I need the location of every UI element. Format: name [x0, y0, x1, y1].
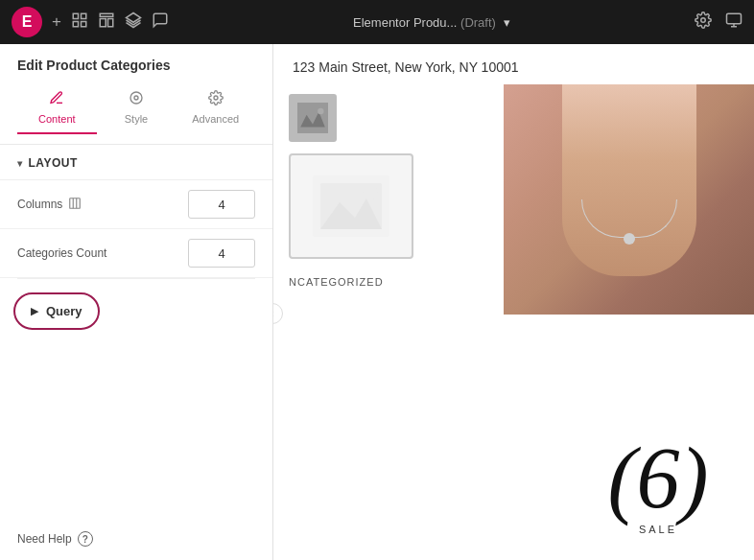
- svg-rect-2: [73, 21, 78, 26]
- svg-rect-15: [70, 198, 81, 208]
- svg-point-24: [363, 185, 378, 200]
- add-icon[interactable]: +: [52, 12, 61, 32]
- templates-icon[interactable]: [98, 12, 115, 34]
- panel-content: ▾ Layout Columns Categories Count: [0, 145, 272, 518]
- category-thumbnail: [289, 94, 337, 142]
- panel-title: Edit Product Categories: [17, 58, 255, 73]
- columns-row: Columns: [0, 180, 272, 229]
- monitor-icon[interactable]: [725, 12, 742, 33]
- svg-rect-5: [100, 18, 106, 26]
- svg-rect-3: [81, 21, 85, 26]
- svg-point-8: [701, 18, 706, 23]
- sale-area: ( 6 ) SALE: [562, 428, 754, 543]
- jewelry-image: [504, 84, 754, 315]
- svg-point-14: [214, 96, 218, 100]
- title-chevron-icon[interactable]: ▾: [504, 15, 510, 30]
- product-placeholder-image: [289, 153, 413, 259]
- left-panel: Edit Product Categories Content Style: [0, 44, 273, 560]
- svg-rect-6: [107, 18, 112, 26]
- gear-icon[interactable]: [695, 12, 712, 33]
- sale-number: 6: [637, 435, 680, 522]
- comments-icon[interactable]: [152, 12, 169, 34]
- canvas-inner: 123 Main Street, New York, NY 10001 ‹: [273, 44, 754, 560]
- page-title: Elementor Produ... (Draft): [353, 15, 496, 30]
- columns-input[interactable]: [188, 190, 255, 219]
- content-tab-icon: [49, 90, 64, 109]
- query-section[interactable]: ▶ Query: [13, 292, 100, 330]
- svg-point-13: [130, 92, 142, 104]
- svg-rect-0: [73, 13, 78, 18]
- query-expand-icon: ▶: [31, 305, 38, 317]
- divider: [17, 278, 255, 279]
- columns-icon: [68, 197, 82, 213]
- categories-count-row: Categories Count: [0, 229, 272, 278]
- uncategorized-label: NCATEGORIZED: [289, 276, 488, 288]
- svg-rect-4: [100, 13, 113, 16]
- advanced-tab-icon: [208, 90, 224, 109]
- address-bar: 123 Main Street, New York, NY 10001: [273, 44, 754, 84]
- main: Edit Product Categories Content Style: [0, 44, 754, 560]
- topbar-center: Elementor Produ... (Draft) ▾: [353, 15, 510, 30]
- columns-label: Columns: [17, 197, 82, 213]
- svg-point-12: [134, 96, 138, 100]
- help-icon[interactable]: ?: [78, 531, 93, 547]
- svg-rect-9: [726, 13, 741, 24]
- tab-bar: Content Style Advanced: [17, 84, 255, 134]
- canvas-left: NCATEGORIZED: [273, 84, 504, 543]
- jewelry-visual: [504, 84, 754, 315]
- need-help-text: Need Help: [17, 532, 72, 546]
- tab-content[interactable]: Content: [17, 84, 97, 134]
- canvas-right: Payment: [504, 84, 754, 543]
- elementor-logo[interactable]: E: [12, 7, 42, 37]
- topbar-right: [695, 12, 742, 33]
- canvas-content: ‹: [273, 84, 754, 543]
- layers-icon[interactable]: [125, 12, 142, 34]
- sale-close-paren: ): [680, 435, 709, 522]
- panel-footer: Need Help ?: [0, 518, 272, 560]
- categories-count-label: Categories Count: [17, 246, 106, 260]
- svg-rect-1: [81, 13, 85, 18]
- layout-section-header[interactable]: ▾ Layout: [0, 145, 272, 180]
- categories-count-input[interactable]: [188, 239, 255, 268]
- necklace-pendant: [624, 233, 635, 245]
- sale-open-paren: (: [608, 435, 637, 522]
- panel-header: Edit Product Categories Content Style: [0, 44, 272, 145]
- tab-style[interactable]: Style: [97, 84, 177, 134]
- neck-shape: [562, 84, 696, 276]
- canvas: 123 Main Street, New York, NY 10001 ‹: [273, 44, 754, 560]
- topbar: E + Elementor Produ... (Draft) ▾: [0, 0, 754, 44]
- svg-point-20: [318, 108, 323, 114]
- sale-label: SALE: [639, 524, 677, 535]
- widgets-icon[interactable]: [71, 12, 88, 34]
- tab-advanced[interactable]: Advanced: [176, 84, 255, 134]
- style-tab-icon: [129, 90, 144, 109]
- topbar-left: E +: [12, 7, 169, 37]
- svg-rect-18: [297, 103, 328, 133]
- layout-collapse-icon: ▾: [17, 158, 23, 169]
